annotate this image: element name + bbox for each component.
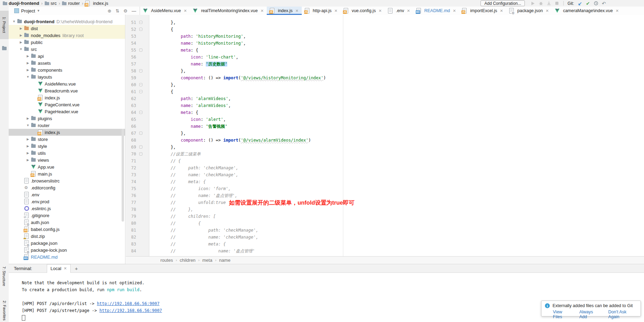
code-line[interactable]: 70− //设置二级菜单	[126, 151, 644, 158]
tree-row[interactable]: ▶dist	[9, 25, 125, 32]
editor-breadcrumb-item[interactable]: routes	[160, 258, 173, 263]
code-line[interactable]: 66 name: '告警视频'	[126, 123, 644, 130]
code-line[interactable]: 72 // path: 'checkManage',	[126, 164, 644, 171]
chevron-right-icon[interactable]: ▶	[18, 27, 24, 30]
code-line[interactable]: 62 path: 'alarmVideos',	[126, 95, 644, 102]
tree-row[interactable]: ▶public	[9, 39, 125, 46]
tree-row[interactable]: ▶plugins	[9, 115, 125, 122]
tree-row[interactable]: AsideMenu.vue	[9, 80, 125, 87]
fold-marker-icon[interactable]: −	[139, 28, 142, 31]
code-line[interactable]: 73 // name: 'checkManage',	[126, 171, 644, 178]
git-update-project-icon[interactable]: ↙	[577, 1, 583, 6]
close-icon[interactable]: ✕	[64, 266, 67, 271]
code-line[interactable]: 71 // {	[126, 158, 644, 164]
editor-tab[interactable]: {}package.json✕	[506, 7, 552, 15]
tree-row[interactable]: {}package-lock.json	[9, 247, 125, 253]
breadcrumb-item[interactable]: router	[62, 1, 80, 6]
code-line[interactable]: 63 name: 'alarmVideos',	[126, 102, 644, 109]
terminal-link[interactable]: http://192.168.66.56:9007	[97, 301, 160, 306]
code-line[interactable]: 80 // {	[126, 220, 644, 227]
stop-icon[interactable]	[554, 1, 559, 6]
tree-row[interactable]: ▶style	[9, 143, 125, 150]
code-line[interactable]: 59 component: () => import('@/views/hist…	[126, 74, 644, 81]
code-line[interactable]: 64− meta: {	[126, 109, 644, 116]
code-editor[interactable]: 51− },52− {53 path: 'historyMonitoring',…	[126, 15, 644, 256]
fold-marker-icon[interactable]: −	[139, 111, 142, 114]
run-icon[interactable]	[530, 1, 536, 6]
chevron-right-icon[interactable]: ▶	[25, 137, 31, 141]
code-line[interactable]: 81 // path: 'checkManage',	[126, 227, 644, 234]
code-line[interactable]: 54 name: 'historyMonitoring',	[126, 40, 644, 47]
code-line[interactable]: 52− {	[126, 26, 644, 33]
tree-row[interactable]: ▼duoji-frontend D:\zheheWeb\duoji-fronte…	[9, 18, 125, 25]
tree-row[interactable]: ▼layouts	[9, 73, 125, 80]
chevron-down-icon[interactable]: ▼	[37, 9, 40, 12]
tree-row[interactable]: .eslintrc.js	[9, 205, 125, 212]
chevron-down-icon[interactable]: ▼	[25, 124, 31, 127]
tree-row[interactable]: ▶utils	[9, 150, 125, 156]
tree-row[interactable]: MDREADME.md	[9, 253, 125, 260]
code-line[interactable]: 83 // meta: {	[126, 241, 644, 248]
tree-row[interactable]: .env	[9, 191, 125, 198]
breadcrumb-item[interactable]: JSindex.js	[85, 1, 108, 6]
editor-tab[interactable]: cameraManage\index.vue✕	[552, 7, 622, 15]
tree-row[interactable]: ▼src	[9, 46, 125, 53]
editor-breadcrumb-item[interactable]: children	[180, 258, 196, 263]
debug-icon[interactable]	[538, 1, 544, 6]
terminal-link[interactable]: http://192.168.66.56:9007	[99, 308, 162, 313]
close-icon[interactable]: ✕	[546, 9, 549, 13]
close-icon[interactable]: ✕	[295, 9, 299, 13]
code-line[interactable]: 57 name: '历史数据'	[126, 61, 644, 68]
code-line[interactable]: 65 icon: 'alert',	[126, 116, 644, 123]
stripe-button-structure[interactable]: 7: Structure	[0, 261, 9, 291]
tree-row[interactable]: ⊘.gitignore	[9, 212, 125, 219]
tree-row[interactable]: JSbabel.config.js	[9, 226, 125, 233]
editor-tab[interactable]: .env✕	[385, 7, 413, 15]
git-commit-icon[interactable]: ✔	[585, 1, 591, 6]
close-icon[interactable]: ✕	[379, 9, 382, 13]
notification-action[interactable]: Always Add	[579, 310, 601, 319]
fold-marker-icon[interactable]: −	[139, 145, 142, 149]
code-line[interactable]: 55− meta: {	[126, 47, 644, 54]
new-terminal-tab-button[interactable]: +	[75, 266, 78, 271]
code-line[interactable]: 76 // name: '盘点管理',	[126, 192, 644, 199]
tree-row[interactable]: JSindex.js	[9, 94, 125, 101]
settings-gear-icon[interactable]: ⚙	[123, 8, 127, 14]
terminal-tab-local[interactable]: Local✕	[47, 264, 71, 273]
tree-row[interactable]: ▶assets	[9, 60, 125, 66]
breadcrumb-item[interactable]: src	[45, 1, 56, 6]
code-line[interactable]: 75 // icon: 'form',	[126, 185, 644, 192]
close-icon[interactable]: ✕	[453, 9, 456, 13]
editor-breadcrumb-item[interactable]: meta	[202, 258, 212, 263]
code-line[interactable]: 74 // meta: {	[126, 178, 644, 185]
fold-marker-icon[interactable]: −	[139, 48, 142, 52]
code-line[interactable]: 53 path: 'historyMonitoring',	[126, 33, 644, 40]
tree-row[interactable]: App.vue	[9, 163, 125, 170]
tree-row[interactable]: JSindex.js	[9, 129, 125, 136]
tree-row[interactable]: .env.prod	[9, 198, 125, 205]
code-line[interactable]: 51− },	[126, 19, 644, 26]
tree-row[interactable]: JSmain.js	[9, 170, 125, 177]
code-line[interactable]: 56 icon: 'line-chart',	[126, 54, 644, 61]
tree-row[interactable]: ▶store	[9, 136, 125, 143]
tree-row[interactable]: PageContent.vue	[9, 101, 125, 108]
fold-marker-icon[interactable]: −	[139, 83, 142, 86]
tree-row[interactable]: ⚙.editorconfig	[9, 184, 125, 191]
fold-marker-icon[interactable]: −	[139, 69, 142, 72]
close-icon[interactable]: ✕	[500, 9, 503, 13]
hide-panel-icon[interactable]: —	[132, 8, 136, 14]
breadcrumb-item[interactable]: duoji-frontend	[3, 1, 39, 6]
chevron-down-icon[interactable]: ▼	[18, 47, 24, 51]
chevron-down-icon[interactable]: ▼	[25, 75, 31, 79]
code-line[interactable]: 84 // name: '盘点管理'	[126, 248, 644, 254]
code-line[interactable]: 77 // unfold:true 如需设置展开的二级菜单，unfold设置为t…	[126, 199, 644, 206]
chevron-right-icon[interactable]: ▶	[18, 34, 24, 37]
editor-tab[interactable]: AsideMenu.vue✕	[140, 7, 190, 15]
code-line[interactable]: 69− },	[126, 144, 644, 151]
chevron-right-icon[interactable]: ▶	[25, 68, 31, 72]
editor-tab[interactable]: JSindex.js✕	[267, 7, 302, 15]
editor-breadcrumb-item[interactable]: name	[219, 258, 231, 263]
close-icon[interactable]: ✕	[407, 9, 410, 13]
tree-row[interactable]: ▶node_modules library root	[9, 32, 125, 39]
chevron-right-icon[interactable]: ▶	[25, 54, 31, 58]
